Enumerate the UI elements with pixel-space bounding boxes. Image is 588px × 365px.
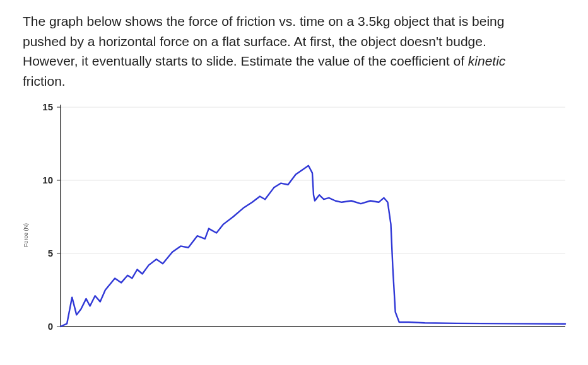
question-text: The graph below shows the force of frict… — [23, 11, 565, 91]
friction-force-chart: 051015 — [23, 100, 572, 345]
question-line-2: pushed by a horizontal force on a flat s… — [23, 34, 486, 49]
question-line-1: The graph below shows the force of frict… — [23, 14, 504, 28]
question-kinetic: kinetic — [468, 54, 506, 68]
friction-force-line — [61, 166, 565, 327]
y-tick-label: 15 — [42, 101, 53, 112]
y-tick-label: 10 — [42, 175, 53, 185]
y-axis-label: Force (N) — [23, 223, 29, 247]
y-tick-label: 0 — [48, 321, 53, 332]
question-line-4: friction. — [23, 74, 66, 88]
chart-container: Force (N) 051015 — [23, 100, 565, 345]
question-line-3a: However, it eventually starts to slide. … — [23, 54, 468, 68]
y-tick-label: 5 — [48, 248, 53, 258]
